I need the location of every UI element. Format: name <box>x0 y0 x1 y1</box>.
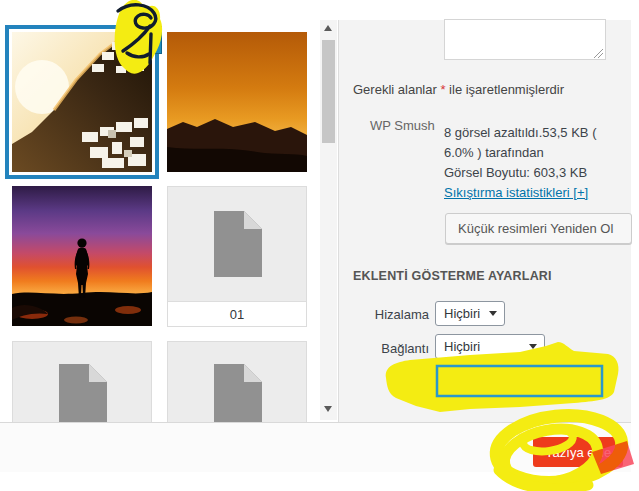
description-textarea[interactable] <box>444 19 606 60</box>
scrollbar[interactable] <box>320 20 337 420</box>
media-tile-sunset-person[interactable] <box>12 186 152 326</box>
document-icon <box>214 211 262 277</box>
document-icon <box>214 364 262 422</box>
media-tile-document-01[interactable]: 01 <box>167 186 307 327</box>
dropdown-arrow-icon <box>529 344 537 349</box>
required-fields-note: Gerekli alanlar * ile işaretlenmişlerdir <box>353 82 564 97</box>
media-tile-document-cropped-2[interactable] <box>167 341 309 422</box>
smush-stats-link[interactable]: Sıkıştırma istatistikleri [+] <box>444 185 588 200</box>
wp-smush-stats: 8 görsel azaltıldı.53,5 KB ( 6.0% ) tara… <box>444 123 624 203</box>
purple-sunset-photo <box>12 186 152 326</box>
selected-check-badge-icon[interactable]: ✓ <box>134 26 162 54</box>
media-modal: 01 ✓ <box>0 0 639 491</box>
wp-smush-label: WP Smush <box>370 118 435 133</box>
insert-into-post-button[interactable]: Yazıya ekle <box>533 437 623 467</box>
santorini-photo <box>12 32 152 172</box>
size-label: Boyut <box>339 376 429 391</box>
document-caption: 01 <box>168 301 306 326</box>
attachment-details-panel: Gerekli alanlar * ile işaretlenmişlerdir… <box>338 20 631 422</box>
size-value: Tam Boy – 960 × 720 <box>448 374 571 389</box>
alignment-value: Hiçbiri <box>444 306 480 321</box>
alignment-label: Hizalama <box>339 307 429 322</box>
media-tile-santorini[interactable] <box>12 32 152 172</box>
smush-stats-line2: 6.0% ) tarafından <box>444 143 624 163</box>
regenerate-thumbnails-button[interactable]: Küçük resimleri Yeniden Ol <box>445 213 632 244</box>
link-to-label: Bağlantı <box>339 341 429 356</box>
dropdown-arrow-icon <box>489 311 497 316</box>
document-icon <box>59 364 107 422</box>
document-icon-area <box>168 187 306 301</box>
dropdown-arrow-icon <box>587 379 595 384</box>
link-to-value: Hiçbiri <box>444 339 480 354</box>
alignment-select[interactable]: Hiçbiri <box>435 301 505 326</box>
media-tile-document-cropped-1[interactable] <box>12 341 154 422</box>
scrollbar-thumb[interactable] <box>322 40 335 143</box>
media-tile-sunset-mountains[interactable] <box>167 32 307 172</box>
size-select[interactable]: Tam Boy – 960 × 720 <box>439 366 603 397</box>
smush-stats-line1: 8 görsel azaltıldı.53,5 KB ( <box>444 123 624 143</box>
scrollbar-down-arrow-icon[interactable] <box>324 406 332 412</box>
display-settings-heading: EKLENTİ GÖSTERME AYARLARI <box>353 269 552 283</box>
scrollbar-up-arrow-icon[interactable] <box>324 25 332 31</box>
link-to-select[interactable]: Hiçbiri <box>435 334 545 359</box>
orange-sunset-photo <box>167 32 307 172</box>
smush-stats-line3: Görsel Boyutu: 603,3 KB <box>444 163 624 183</box>
